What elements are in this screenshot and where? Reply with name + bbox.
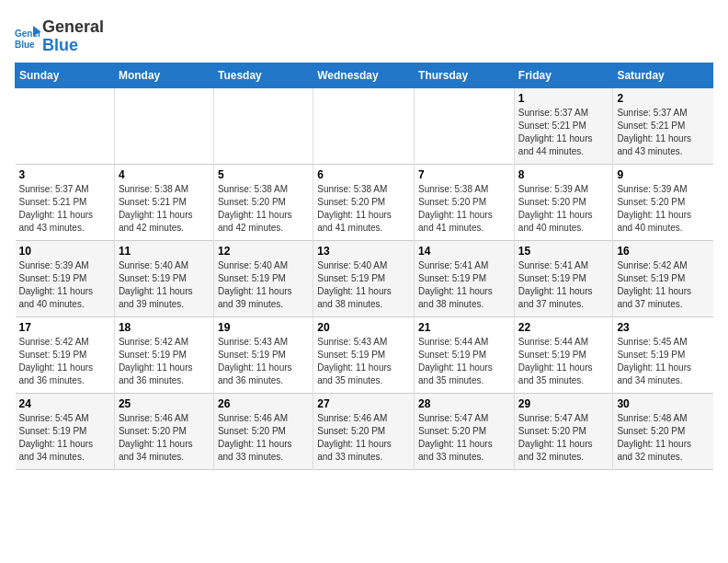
day-number: 3 (19, 168, 110, 181)
calendar-cell: 26Sunrise: 5:46 AM Sunset: 5:20 PM Dayli… (213, 393, 313, 469)
day-number: 25 (119, 397, 210, 410)
day-detail: Sunrise: 5:39 AM Sunset: 5:20 PM Dayligh… (617, 183, 709, 235)
calendar-cell (313, 87, 415, 164)
day-detail: Sunrise: 5:46 AM Sunset: 5:20 PM Dayligh… (218, 412, 309, 464)
day-detail: Sunrise: 5:39 AM Sunset: 5:19 PM Dayligh… (19, 259, 110, 311)
day-number: 28 (418, 397, 510, 410)
day-number: 23 (617, 321, 709, 334)
week-row-2: 3Sunrise: 5:37 AM Sunset: 5:21 PM Daylig… (16, 164, 713, 240)
day-detail: Sunrise: 5:38 AM Sunset: 5:20 PM Dayligh… (317, 183, 410, 235)
calendar-cell: 13Sunrise: 5:40 AM Sunset: 5:19 PM Dayli… (313, 240, 415, 316)
day-detail: Sunrise: 5:38 AM Sunset: 5:20 PM Dayligh… (218, 183, 309, 235)
weekday-header-row: SundayMondayTuesdayWednesdayThursdayFrid… (16, 63, 713, 87)
day-detail: Sunrise: 5:42 AM Sunset: 5:19 PM Dayligh… (19, 336, 110, 387)
day-number: 19 (218, 321, 309, 334)
day-number: 12 (218, 245, 309, 258)
calendar-cell: 11Sunrise: 5:40 AM Sunset: 5:19 PM Dayli… (114, 240, 213, 316)
week-row-1: 1Sunrise: 5:37 AM Sunset: 5:21 PM Daylig… (16, 87, 713, 164)
day-number: 7 (418, 168, 510, 181)
svg-text:Blue: Blue (15, 40, 35, 50)
calendar-cell: 9Sunrise: 5:39 AM Sunset: 5:20 PM Daylig… (613, 164, 713, 240)
calendar-cell (213, 87, 313, 164)
day-number: 26 (218, 397, 309, 410)
calendar-cell: 3Sunrise: 5:37 AM Sunset: 5:21 PM Daylig… (16, 164, 115, 240)
calendar-cell: 18Sunrise: 5:42 AM Sunset: 5:19 PM Dayli… (114, 316, 213, 393)
day-detail: Sunrise: 5:38 AM Sunset: 5:20 PM Dayligh… (418, 183, 510, 235)
day-detail: Sunrise: 5:37 AM Sunset: 5:21 PM Dayligh… (19, 183, 110, 235)
weekday-header-saturday: Saturday (613, 63, 713, 87)
calendar-cell: 25Sunrise: 5:46 AM Sunset: 5:20 PM Dayli… (114, 393, 213, 469)
logo-text-line1: General (42, 18, 104, 37)
calendar-cell: 27Sunrise: 5:46 AM Sunset: 5:20 PM Dayli… (313, 393, 415, 469)
day-detail: Sunrise: 5:38 AM Sunset: 5:21 PM Dayligh… (119, 183, 210, 235)
day-detail: Sunrise: 5:39 AM Sunset: 5:20 PM Dayligh… (518, 183, 609, 235)
day-number: 27 (317, 397, 410, 410)
day-number: 29 (518, 397, 609, 410)
day-detail: Sunrise: 5:47 AM Sunset: 5:20 PM Dayligh… (518, 412, 609, 464)
day-number: 4 (119, 168, 210, 181)
calendar-cell: 20Sunrise: 5:43 AM Sunset: 5:19 PM Dayli… (313, 316, 415, 393)
calendar-cell: 12Sunrise: 5:40 AM Sunset: 5:19 PM Dayli… (213, 240, 313, 316)
day-number: 24 (19, 397, 110, 410)
calendar-cell: 23Sunrise: 5:45 AM Sunset: 5:19 PM Dayli… (613, 316, 713, 393)
week-row-3: 10Sunrise: 5:39 AM Sunset: 5:19 PM Dayli… (16, 240, 713, 316)
day-number: 8 (518, 168, 609, 181)
day-number: 22 (518, 321, 609, 334)
calendar-cell: 5Sunrise: 5:38 AM Sunset: 5:20 PM Daylig… (213, 164, 313, 240)
weekday-header-friday: Friday (514, 63, 613, 87)
calendar-cell: 29Sunrise: 5:47 AM Sunset: 5:20 PM Dayli… (514, 393, 613, 469)
day-number: 21 (418, 321, 510, 334)
day-number: 9 (617, 168, 709, 181)
day-detail: Sunrise: 5:44 AM Sunset: 5:19 PM Dayligh… (418, 336, 510, 387)
day-number: 6 (317, 168, 410, 181)
day-detail: Sunrise: 5:43 AM Sunset: 5:19 PM Dayligh… (317, 336, 410, 387)
day-detail: Sunrise: 5:40 AM Sunset: 5:19 PM Dayligh… (317, 259, 410, 311)
week-row-4: 17Sunrise: 5:42 AM Sunset: 5:19 PM Dayli… (16, 316, 713, 393)
day-detail: Sunrise: 5:47 AM Sunset: 5:20 PM Dayligh… (418, 412, 510, 464)
header: General Blue General Blue (15, 15, 713, 55)
calendar-cell: 4Sunrise: 5:38 AM Sunset: 5:21 PM Daylig… (114, 164, 213, 240)
logo-icon: General Blue (15, 24, 40, 50)
calendar-cell: 22Sunrise: 5:44 AM Sunset: 5:19 PM Dayli… (514, 316, 613, 393)
day-detail: Sunrise: 5:45 AM Sunset: 5:19 PM Dayligh… (617, 336, 709, 387)
calendar-cell: 28Sunrise: 5:47 AM Sunset: 5:20 PM Dayli… (415, 393, 515, 469)
calendar-cell: 10Sunrise: 5:39 AM Sunset: 5:19 PM Dayli… (16, 240, 115, 316)
calendar-cell: 16Sunrise: 5:42 AM Sunset: 5:19 PM Dayli… (613, 240, 713, 316)
day-detail: Sunrise: 5:40 AM Sunset: 5:19 PM Dayligh… (119, 259, 210, 311)
calendar-cell (415, 87, 515, 164)
day-detail: Sunrise: 5:43 AM Sunset: 5:19 PM Dayligh… (218, 336, 309, 387)
calendar-cell: 24Sunrise: 5:45 AM Sunset: 5:19 PM Dayli… (16, 393, 115, 469)
logo-text-line2: Blue (42, 37, 104, 55)
day-number: 16 (617, 245, 709, 258)
day-number: 30 (617, 397, 709, 410)
calendar-cell (114, 87, 213, 164)
calendar-cell: 8Sunrise: 5:39 AM Sunset: 5:20 PM Daylig… (514, 164, 613, 240)
day-detail: Sunrise: 5:44 AM Sunset: 5:19 PM Dayligh… (518, 336, 609, 387)
day-detail: Sunrise: 5:40 AM Sunset: 5:19 PM Dayligh… (218, 259, 309, 311)
weekday-header-wednesday: Wednesday (313, 63, 415, 87)
day-number: 13 (317, 245, 410, 258)
day-number: 17 (19, 321, 110, 334)
day-detail: Sunrise: 5:41 AM Sunset: 5:19 PM Dayligh… (418, 259, 510, 311)
calendar-cell: 21Sunrise: 5:44 AM Sunset: 5:19 PM Dayli… (415, 316, 515, 393)
calendar-cell: 6Sunrise: 5:38 AM Sunset: 5:20 PM Daylig… (313, 164, 415, 240)
weekday-header-tuesday: Tuesday (213, 63, 313, 87)
day-detail: Sunrise: 5:37 AM Sunset: 5:21 PM Dayligh… (518, 107, 609, 158)
day-detail: Sunrise: 5:46 AM Sunset: 5:20 PM Dayligh… (119, 412, 210, 464)
weekday-header-thursday: Thursday (415, 63, 515, 87)
day-number: 10 (19, 245, 110, 258)
day-number: 11 (119, 245, 210, 258)
logo: General Blue General Blue (15, 18, 104, 55)
day-detail: Sunrise: 5:37 AM Sunset: 5:21 PM Dayligh… (617, 107, 709, 158)
weekday-header-sunday: Sunday (16, 63, 115, 87)
calendar-cell: 2Sunrise: 5:37 AM Sunset: 5:21 PM Daylig… (613, 87, 713, 164)
day-detail: Sunrise: 5:41 AM Sunset: 5:19 PM Dayligh… (518, 259, 609, 311)
calendar-cell: 14Sunrise: 5:41 AM Sunset: 5:19 PM Dayli… (415, 240, 515, 316)
day-detail: Sunrise: 5:48 AM Sunset: 5:20 PM Dayligh… (617, 412, 709, 464)
day-number: 18 (119, 321, 210, 334)
calendar-cell: 30Sunrise: 5:48 AM Sunset: 5:20 PM Dayli… (613, 393, 713, 469)
weekday-header-monday: Monday (114, 63, 213, 87)
calendar-cell: 7Sunrise: 5:38 AM Sunset: 5:20 PM Daylig… (415, 164, 515, 240)
calendar-cell (16, 87, 115, 164)
day-number: 1 (518, 92, 609, 105)
